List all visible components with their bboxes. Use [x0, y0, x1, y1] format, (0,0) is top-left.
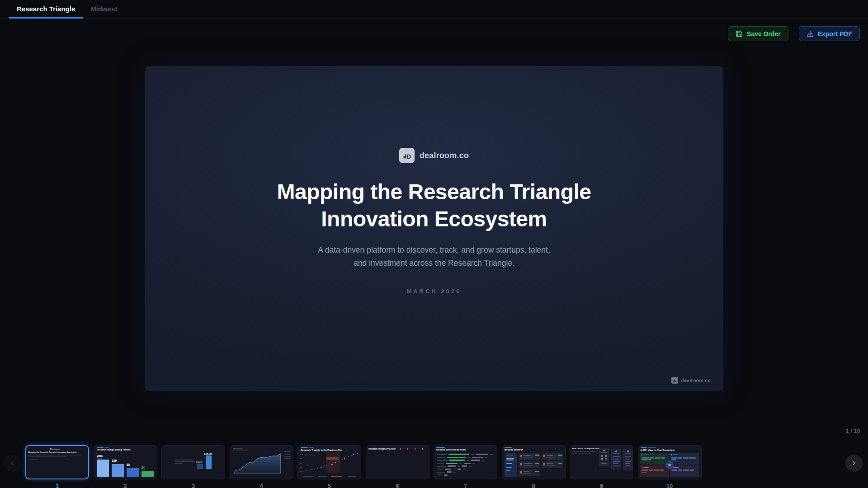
mini-bar-rect — [112, 464, 124, 477]
filmstrip-next-button[interactable] — [845, 455, 863, 472]
skeleton-line — [524, 463, 532, 464]
mini-annotation — [326, 457, 339, 460]
skeleton-line — [572, 453, 591, 454]
mini-area-chart — [234, 452, 283, 474]
filmstrip-prev-button[interactable] — [4, 455, 21, 472]
thumbnail-slide-4[interactable] — [230, 445, 293, 479]
tab-research-triangle[interactable]: Research Triangle — [9, 0, 83, 19]
tab-midwest[interactable]: Midwest — [83, 0, 125, 19]
mini-status-pill — [535, 471, 539, 472]
skeleton-line — [437, 460, 448, 461]
mini-chip — [642, 472, 646, 473]
mini-quadrant-header — [671, 454, 698, 455]
legend-dot — [400, 448, 401, 450]
mini-bar-rect — [458, 469, 461, 470]
mini-bar-rect — [127, 468, 139, 477]
mini-bar-rect — [462, 465, 467, 467]
thumbnail-wrap-5: Research Triangle in the Breakout Tier — [297, 445, 361, 488]
skeleton-line — [547, 465, 555, 466]
mini-status-pill — [558, 455, 562, 456]
mini-chip — [671, 469, 677, 471]
slide-title-line2: Innovation Ecosystem — [145, 206, 723, 233]
mini-table — [437, 454, 494, 476]
mini-legend-line — [284, 451, 291, 452]
mini-bar-value: $161B — [204, 452, 212, 455]
skeleton-line — [613, 461, 620, 462]
mini-legend-chip — [318, 476, 326, 478]
legend-dot — [642, 454, 643, 455]
mini-bar-rect — [464, 463, 471, 464]
mini-bar-rect — [447, 471, 452, 473]
thumbnail-slide-9[interactable]: Your Data In, Ecosystem Insights Out — [570, 445, 633, 479]
thumbnail-number: 10 — [666, 483, 673, 488]
skeleton-line — [471, 454, 474, 455]
skeleton-line — [547, 455, 553, 456]
skeleton-line — [490, 454, 493, 455]
save-order-button[interactable]: Save Order — [728, 26, 788, 41]
thumbnail-slide-2[interactable]: Research Triangle Startup Pipeline 490+ … — [94, 445, 157, 479]
skeleton-line — [524, 473, 531, 474]
slide-subtitle-line1: A data-driven platform to discover, trac… — [145, 244, 723, 257]
mini-bar-rect — [476, 454, 488, 455]
mini-table-row — [437, 469, 494, 470]
mini-slide-title: A 360° View on Your Ecosystem — [641, 449, 675, 451]
skeleton-line — [625, 453, 631, 454]
mini-scatter-line — [299, 451, 360, 474]
thumbnail-number: 7 — [464, 483, 467, 488]
skeleton-line — [613, 456, 620, 457]
skeleton-line — [625, 465, 631, 466]
slide-subtitle: A data-driven platform to discover, trac… — [145, 244, 723, 270]
mini-table-row — [437, 474, 494, 476]
skeleton-line — [601, 463, 607, 464]
thumbnail-slide-10[interactable]: A 360° View on Your Ecosystem — [638, 445, 702, 479]
filmstrip: Mapping the Research Triangle Innovation… — [25, 445, 702, 488]
skeleton-line — [387, 449, 390, 450]
skeleton-line — [506, 458, 514, 459]
skeleton-line — [28, 455, 81, 455]
mini-chip — [690, 469, 694, 471]
skeleton-line — [198, 471, 202, 472]
thumbnail-slide-1[interactable]: Mapping the Research Triangle Innovation… — [25, 445, 89, 479]
save-icon — [736, 30, 743, 38]
mini-bar-rect — [197, 464, 203, 469]
chevron-right-icon — [851, 460, 857, 466]
mini-chip — [661, 457, 665, 459]
mini-tile — [601, 455, 603, 457]
skeleton-line — [437, 457, 445, 458]
mini-chip — [678, 469, 682, 471]
page-indicator: 1 / 10 — [845, 427, 860, 434]
mini-chip-row — [671, 457, 698, 461]
legend-dot — [385, 448, 386, 450]
thumbnail-slide-5[interactable]: Research Triangle in the Breakout Tier — [297, 445, 361, 479]
mini-card — [542, 453, 563, 460]
skeleton-line — [416, 449, 420, 450]
thumbnail-slide-3[interactable]: $37B $161B — [161, 445, 225, 479]
thumbnail-slide-6[interactable]: Research Triangle by Sector — [366, 445, 429, 479]
slide-title: Mapping the Research Triangle Innovation… — [145, 178, 723, 233]
thumbnail-slide-7[interactable]: Breakout conversion by sector — [434, 445, 497, 479]
watermark-logo-icon: D — [671, 377, 678, 384]
thumbnail-wrap-3: $37B $161B 3 — [161, 445, 225, 488]
mini-eyebrow — [309, 447, 314, 448]
download-icon — [807, 30, 814, 38]
legend-dot — [407, 448, 408, 450]
mini-status-pill — [613, 465, 620, 467]
skeleton-line — [233, 450, 248, 450]
skeleton-line — [233, 448, 243, 449]
mini-legend-line — [284, 456, 291, 457]
thumbnail-slide-8[interactable]: Beyond Biotech — [502, 445, 566, 479]
export-pdf-button[interactable]: Export PDF — [799, 26, 860, 41]
skeleton-line — [472, 463, 475, 464]
skeleton-line — [469, 466, 472, 467]
mini-legend-item — [400, 448, 405, 450]
mini-bar-value: $37B — [196, 460, 202, 463]
mini-card — [611, 449, 621, 469]
dealroom-logo-icon: D — [399, 148, 415, 163]
mini-card-icon — [603, 450, 605, 451]
skeleton-line — [53, 449, 60, 450]
mini-legend-line — [284, 454, 291, 455]
skeleton-line — [547, 457, 555, 458]
thumbnail-number: 1 — [56, 483, 59, 488]
toolbar: Save Order Export PDF — [728, 26, 860, 41]
mini-axis-ticks — [234, 475, 281, 476]
